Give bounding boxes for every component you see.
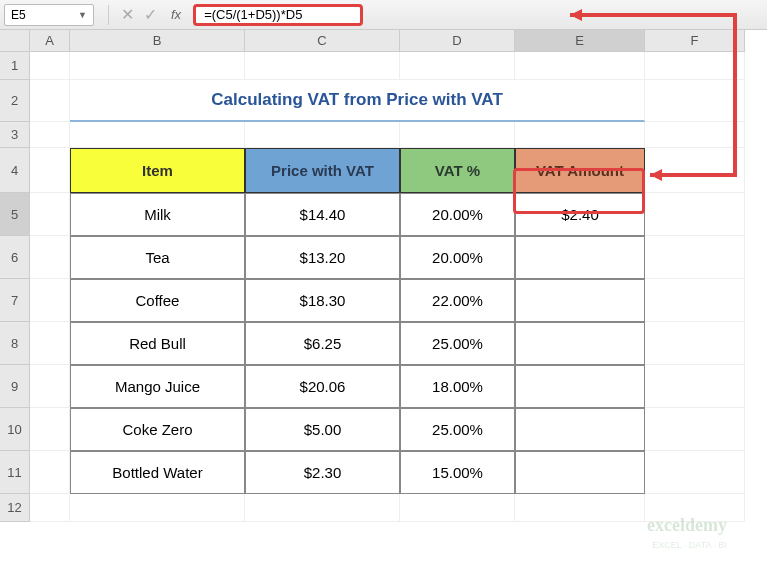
cell[interactable] xyxy=(645,322,745,365)
name-box-value: E5 xyxy=(11,8,26,22)
cell[interactable] xyxy=(400,494,515,522)
col-header-F[interactable]: F xyxy=(645,30,745,52)
table-cell[interactable] xyxy=(515,408,645,451)
table-cell[interactable] xyxy=(515,365,645,408)
divider xyxy=(108,5,109,25)
row-header-5[interactable]: 5 xyxy=(0,193,30,236)
cell[interactable] xyxy=(645,365,745,408)
row-header-6[interactable]: 6 xyxy=(0,236,30,279)
cell[interactable] xyxy=(30,322,70,365)
table-cell[interactable]: 22.00% xyxy=(400,279,515,322)
cell[interactable] xyxy=(30,494,70,522)
fx-icon[interactable]: fx xyxy=(171,7,181,22)
row-header-8[interactable]: 8 xyxy=(0,322,30,365)
enter-icon[interactable]: ✓ xyxy=(144,5,157,24)
table-cell[interactable]: $14.40 xyxy=(245,193,400,236)
cell[interactable] xyxy=(400,122,515,148)
cell[interactable] xyxy=(245,122,400,148)
cell[interactable] xyxy=(30,122,70,148)
formula-text: =(C5/(1+D5))*D5 xyxy=(204,7,302,22)
cell[interactable] xyxy=(30,52,70,80)
table-cell[interactable]: $13.20 xyxy=(245,236,400,279)
table-cell[interactable]: $20.06 xyxy=(245,365,400,408)
spreadsheet-grid: A B C D E F 1 2 Calculating VAT from Pri… xyxy=(0,30,767,522)
formula-buttons: ✕ ✓ fx xyxy=(121,5,181,24)
cell[interactable] xyxy=(30,451,70,494)
table-cell[interactable]: Coke Zero xyxy=(70,408,245,451)
table-cell[interactable] xyxy=(515,236,645,279)
cell[interactable] xyxy=(645,408,745,451)
cell[interactable] xyxy=(30,408,70,451)
table-cell[interactable]: Bottled Water xyxy=(70,451,245,494)
cell[interactable] xyxy=(645,451,745,494)
header-price[interactable]: Price with VAT xyxy=(245,148,400,193)
row-header-10[interactable]: 10 xyxy=(0,408,30,451)
cell[interactable] xyxy=(645,193,745,236)
table-cell[interactable]: 18.00% xyxy=(400,365,515,408)
selected-cell[interactable]: $2.40 xyxy=(515,193,645,236)
cancel-icon[interactable]: ✕ xyxy=(121,5,134,24)
table-cell[interactable]: $18.30 xyxy=(245,279,400,322)
row-header-11[interactable]: 11 xyxy=(0,451,30,494)
cell[interactable] xyxy=(245,494,400,522)
table-cell[interactable]: Tea xyxy=(70,236,245,279)
table-cell[interactable] xyxy=(515,279,645,322)
chevron-down-icon[interactable]: ▼ xyxy=(78,10,87,20)
title-cell[interactable]: Calculating VAT from Price with VAT xyxy=(70,80,645,122)
table-cell[interactable]: Mango Juice xyxy=(70,365,245,408)
table-cell[interactable]: Red Bull xyxy=(70,322,245,365)
row-header-1[interactable]: 1 xyxy=(0,52,30,80)
cell[interactable] xyxy=(515,122,645,148)
cell[interactable] xyxy=(30,279,70,322)
select-all-corner[interactable] xyxy=(0,30,30,52)
row-header-7[interactable]: 7 xyxy=(0,279,30,322)
row-header-4[interactable]: 4 xyxy=(0,148,30,193)
row-header-12[interactable]: 12 xyxy=(0,494,30,522)
cell[interactable] xyxy=(30,148,70,193)
table-cell[interactable]: 15.00% xyxy=(400,451,515,494)
cell[interactable] xyxy=(645,52,745,80)
table-cell[interactable]: Milk xyxy=(70,193,245,236)
table-cell[interactable]: $6.25 xyxy=(245,322,400,365)
table-cell[interactable] xyxy=(515,451,645,494)
col-header-B[interactable]: B xyxy=(70,30,245,52)
cell[interactable] xyxy=(70,122,245,148)
table-cell[interactable]: 25.00% xyxy=(400,322,515,365)
table-cell[interactable]: Coffee xyxy=(70,279,245,322)
header-vat[interactable]: VAT % xyxy=(400,148,515,193)
cell[interactable] xyxy=(70,494,245,522)
cell[interactable] xyxy=(515,52,645,80)
cell[interactable] xyxy=(645,279,745,322)
cell[interactable] xyxy=(645,122,745,148)
cell[interactable] xyxy=(645,148,745,193)
cell[interactable] xyxy=(30,80,70,122)
cell[interactable] xyxy=(645,236,745,279)
cell[interactable] xyxy=(30,193,70,236)
cell[interactable] xyxy=(30,236,70,279)
table-cell[interactable]: $5.00 xyxy=(245,408,400,451)
table-cell[interactable]: 25.00% xyxy=(400,408,515,451)
formula-bar[interactable]: =(C5/(1+D5))*D5 xyxy=(193,4,363,26)
name-box[interactable]: E5 ▼ xyxy=(4,4,94,26)
cell[interactable] xyxy=(645,80,745,122)
cell[interactable] xyxy=(30,365,70,408)
cell[interactable] xyxy=(400,52,515,80)
row-header-2[interactable]: 2 xyxy=(0,80,30,122)
watermark-sub: EXCEL · DATA · BI xyxy=(652,540,727,550)
table-cell[interactable]: $2.30 xyxy=(245,451,400,494)
table-cell[interactable] xyxy=(515,322,645,365)
cell[interactable] xyxy=(515,494,645,522)
formula-toolbar: E5 ▼ ✕ ✓ fx =(C5/(1+D5))*D5 xyxy=(0,0,767,30)
col-header-E[interactable]: E xyxy=(515,30,645,52)
cell[interactable] xyxy=(70,52,245,80)
table-cell[interactable]: 20.00% xyxy=(400,236,515,279)
row-header-3[interactable]: 3 xyxy=(0,122,30,148)
cell[interactable] xyxy=(245,52,400,80)
col-header-A[interactable]: A xyxy=(30,30,70,52)
row-header-9[interactable]: 9 xyxy=(0,365,30,408)
header-item[interactable]: Item xyxy=(70,148,245,193)
col-header-C[interactable]: C xyxy=(245,30,400,52)
table-cell[interactable]: 20.00% xyxy=(400,193,515,236)
header-amount[interactable]: VAT Amount xyxy=(515,148,645,193)
col-header-D[interactable]: D xyxy=(400,30,515,52)
